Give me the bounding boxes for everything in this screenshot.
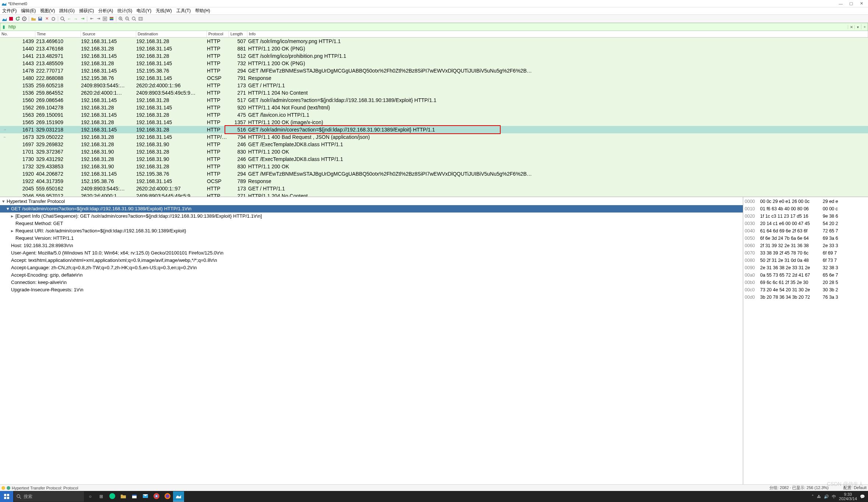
- hex-row[interactable]: 008050 2f 31 2e 31 0d 0a 486f 73 7: [745, 257, 867, 264]
- menu-item[interactable]: 工具(T): [174, 8, 193, 14]
- capture-options-button[interactable]: [21, 16, 27, 22]
- hex-row[interactable]: 003020 14 c1 e6 00 00 47 4554 20 2: [745, 220, 867, 227]
- col-no[interactable]: No.: [0, 31, 35, 37]
- tray-volume-icon[interactable]: 🔊: [824, 494, 829, 499]
- accept-language[interactable]: Accept-Language: zh-CN,zh;q=0.8,zh-TW;q=…: [11, 265, 197, 270]
- go-last-button[interactable]: ⇥: [95, 16, 101, 22]
- open-file-button[interactable]: [31, 16, 36, 22]
- colorize-button[interactable]: [109, 16, 114, 22]
- packet-row[interactable]: ←1673329.050222192.168.31.28192.168.31.1…: [0, 133, 868, 141]
- packet-row[interactable]: 1443213.485509192.168.31.28192.168.31.14…: [0, 60, 868, 67]
- wireshark-taskbar-icon[interactable]: [173, 491, 184, 502]
- packet-row[interactable]: 1565269.151909192.168.31.28192.168.31.14…: [0, 119, 868, 126]
- packet-row[interactable]: 2045559.6501622409:8903:5445:…2620:2d:40…: [0, 185, 868, 192]
- menu-item[interactable]: 视图(V): [38, 8, 57, 14]
- details-pane[interactable]: ▾Hypertext Transfer Protocol ▾GET /solr/…: [0, 197, 743, 484]
- menu-item[interactable]: 跳转(G): [57, 8, 77, 14]
- expert-info[interactable]: [Expert Info (Chat/Sequence): GET /solr/…: [15, 213, 262, 219]
- packet-row[interactable]: 1562269.104278192.168.31.28192.168.31.14…: [0, 104, 868, 111]
- close-button[interactable]: ✕: [856, 1, 867, 6]
- tray-time[interactable]: 9:33: [839, 492, 857, 496]
- packet-row[interactable]: 2046559.9570122620:2d:4000:1…2409:8903:5…: [0, 192, 868, 197]
- col-proto[interactable]: Protocol: [207, 31, 229, 37]
- packet-row[interactable]: 1730329.431292192.168.31.28192.168.31.90…: [0, 155, 868, 163]
- connection-header[interactable]: Connection: keep-alive\r\n: [11, 280, 67, 285]
- packet-row[interactable]: 1439213.469610192.168.31.145192.168.31.2…: [0, 38, 868, 45]
- request-version[interactable]: Request Version: HTTP/1.1: [15, 235, 74, 241]
- col-info[interactable]: Info: [247, 31, 868, 37]
- taskview-icon[interactable]: ⊞: [96, 494, 107, 499]
- mail-icon[interactable]: [140, 493, 151, 501]
- proto-root[interactable]: Hypertext Transfer Protocol: [7, 199, 65, 204]
- packet-row[interactable]: 1536259.8645522620:2d:4000:1…2409:8903:5…: [0, 89, 868, 96]
- packet-row[interactable]: 1920404.206872192.168.31.145152.195.38.7…: [0, 170, 868, 178]
- cortana-icon[interactable]: ○: [85, 494, 96, 499]
- hex-row[interactable]: 00b069 6c 6c 61 2f 35 2e 3020 28 5: [745, 279, 867, 286]
- packet-row[interactable]: 1563269.150091192.168.31.145192.168.31.2…: [0, 111, 868, 119]
- hex-row[interactable]: 001001 f6 63 4b 40 00 80 0600 00 c: [745, 205, 867, 213]
- edge-icon[interactable]: [107, 493, 118, 501]
- packet-row[interactable]: 1441213.482971192.168.31.145192.168.31.2…: [0, 52, 868, 60]
- jump-to-button[interactable]: ⇥: [80, 16, 85, 22]
- auto-scroll-button[interactable]: [102, 16, 108, 22]
- tray-notifications-icon[interactable]: 💬: [860, 494, 865, 499]
- hex-row[interactable]: 00602f 31 39 32 2e 31 36 382e 33 3: [745, 242, 867, 249]
- request-method[interactable]: Request Method: GET: [15, 221, 63, 226]
- zoom-out-button[interactable]: [124, 16, 130, 22]
- packet-row[interactable]: 1922404.317359152.195.38.76192.168.31.14…: [0, 178, 868, 185]
- packet-row[interactable]: 1440213.476168192.168.31.28192.168.31.14…: [0, 45, 868, 52]
- packet-row[interactable]: 1478222.770717192.168.31.145152.195.38.7…: [0, 67, 868, 74]
- col-dst[interactable]: Destination: [136, 31, 207, 37]
- resize-columns-button[interactable]: [138, 16, 144, 22]
- chrome-icon[interactable]: [151, 493, 162, 501]
- host-header[interactable]: Host: 192.168.31.28:8983\r\n: [11, 243, 73, 248]
- tray-chevron-icon[interactable]: ˄: [812, 494, 814, 499]
- menu-item[interactable]: 统计(S): [115, 8, 134, 14]
- hex-row[interactable]: 00902e 31 36 38 2e 33 31 2e32 38 3: [745, 264, 867, 271]
- hex-row[interactable]: 00d03b 20 78 36 34 3b 20 7276 3a 3: [745, 294, 867, 301]
- reload-button[interactable]: [50, 16, 56, 22]
- go-forward-button[interactable]: →: [73, 16, 79, 22]
- zoom-reset-button[interactable]: [131, 16, 137, 22]
- taskbar-search[interactable]: 搜索: [14, 491, 84, 502]
- menu-item[interactable]: 捕获(C): [77, 8, 96, 14]
- tray-date[interactable]: 2024/3/14: [839, 496, 857, 501]
- zoom-in-button[interactable]: [118, 16, 124, 22]
- accept-header[interactable]: Accept: text/html,application/xhtml+xml,…: [11, 257, 217, 263]
- col-time[interactable]: Time: [35, 31, 81, 37]
- hex-row[interactable]: 00506f 6e 3d 24 7b 6a 6e 6469 3a 6: [745, 235, 867, 242]
- tray-network-icon[interactable]: 🖧: [817, 494, 821, 499]
- display-filter-input[interactable]: [7, 24, 848, 30]
- hex-row[interactable]: 000000 0c 29 e0 e1 26 00 0c29 ed e: [745, 198, 867, 205]
- hex-row[interactable]: 00c073 20 4e 54 20 31 30 2e30 3b 2: [745, 286, 867, 294]
- close-file-button[interactable]: ✕: [44, 16, 50, 22]
- save-file-button[interactable]: [37, 16, 43, 22]
- packet-row[interactable]: 1560269.086546192.168.31.145192.168.31.2…: [0, 96, 868, 104]
- menu-item[interactable]: 编辑(E): [19, 8, 38, 14]
- start-button[interactable]: [0, 491, 13, 502]
- request-line[interactable]: GET /solr/admin/cores?action=${jndi:ldap…: [11, 206, 191, 211]
- menu-item[interactable]: 分析(A): [96, 8, 115, 14]
- col-len[interactable]: Length: [229, 31, 247, 37]
- hex-pane[interactable]: 000000 0c 29 e0 e1 26 00 0c29 ed e001001…: [743, 197, 868, 484]
- go-back-button[interactable]: ←: [66, 16, 72, 22]
- store-icon[interactable]: [129, 493, 140, 501]
- request-uri[interactable]: Request URI: /solr/admin/cores?action=${…: [15, 228, 186, 234]
- hex-row[interactable]: 004061 64 6d 69 6e 2f 63 6f72 65 7: [745, 227, 867, 235]
- menu-item[interactable]: 无线(W): [154, 8, 174, 14]
- filter-apply-button[interactable]: ▾: [854, 25, 861, 29]
- firefox-icon[interactable]: [162, 493, 173, 501]
- tray-ime-icon[interactable]: 中: [832, 494, 836, 499]
- filter-clear-button[interactable]: ✕: [848, 25, 854, 29]
- bookmark-icon[interactable]: ▮: [0, 24, 7, 29]
- packet-row[interactable]: 1480222.868088152.195.38.76192.168.31.14…: [0, 74, 868, 82]
- accept-encoding[interactable]: Accept-Encoding: gzip, deflate\r\n: [11, 272, 82, 278]
- packet-row[interactable]: 1701329.372367192.168.31.90192.168.31.28…: [0, 148, 868, 155]
- packet-row[interactable]: 1697329.269832192.168.31.28192.168.31.90…: [0, 141, 868, 148]
- user-agent[interactable]: User-Agent: Mozilla/5.0 (Windows NT 10.0…: [11, 250, 223, 256]
- hex-row[interactable]: 00201f 1c c3 11 23 17 d5 169e 38 6: [745, 213, 867, 220]
- filter-add-button[interactable]: ＋: [861, 24, 868, 29]
- packet-row[interactable]: 1732329.433853192.168.31.90192.168.31.28…: [0, 163, 868, 170]
- stop-capture-button[interactable]: [8, 16, 14, 22]
- packet-list[interactable]: 1439213.469610192.168.31.145192.168.31.2…: [0, 38, 868, 197]
